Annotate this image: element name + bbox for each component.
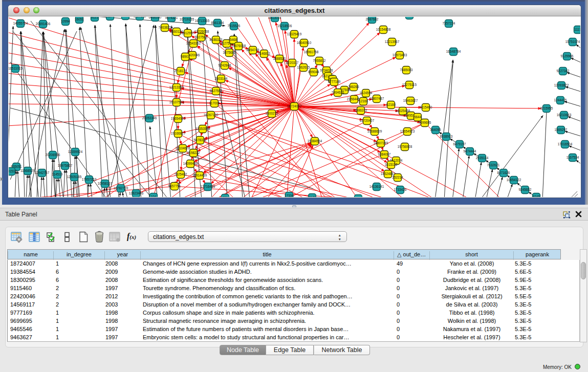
- svg-text:18807249: 18807249: [374, 141, 388, 145]
- svg-text:8186323: 8186323: [210, 38, 223, 41]
- svg-text:20206556: 20206556: [46, 153, 60, 157]
- svg-text:9227342: 9227342: [557, 69, 570, 73]
- svg-text:8454749: 8454749: [247, 48, 259, 52]
- svg-text:10958107: 10958107: [98, 182, 113, 185]
- svg-text:252214: 252214: [392, 176, 403, 179]
- svg-text:12093872: 12093872: [554, 83, 569, 87]
- svg-text:15751074: 15751074: [565, 40, 580, 43]
- svg-text:5468: 5468: [230, 38, 237, 41]
- svg-text:16267130: 16267130: [204, 113, 219, 117]
- svg-text:13654923: 13654923: [400, 129, 415, 133]
- svg-text:13325419: 13325419: [287, 32, 302, 36]
- svg-text:8215955: 8215955: [540, 106, 553, 110]
- svg-text:9657791: 9657791: [168, 184, 181, 188]
- svg-text:114519: 114519: [52, 172, 63, 176]
- svg-text:1588520: 1588520: [273, 57, 286, 60]
- svg-text:16713365: 16713365: [195, 19, 210, 23]
- svg-text:16640910: 16640910: [297, 41, 312, 45]
- svg-text:11568529: 11568529: [20, 169, 35, 172]
- svg-text:9198222: 9198222: [187, 151, 200, 155]
- svg-text:9699695: 9699695: [419, 121, 431, 124]
- svg-text:1167534: 1167534: [567, 156, 579, 159]
- svg-text:10653267: 10653267: [118, 17, 133, 17]
- svg-text:221: 221: [223, 196, 228, 198]
- svg-text:12823446: 12823446: [129, 191, 144, 195]
- svg-text:104: 104: [151, 195, 157, 198]
- svg-text:10688609: 10688609: [367, 129, 382, 133]
- svg-text:19654922: 19654922: [171, 117, 186, 120]
- svg-text:19166827: 19166827: [171, 132, 186, 135]
- svg-text:8938913: 8938913: [440, 135, 453, 138]
- svg-text:17016504: 17016504: [558, 142, 573, 146]
- svg-text:13716485: 13716485: [201, 185, 215, 188]
- svg-text:8813014: 8813014: [269, 17, 281, 19]
- svg-text:12275115: 12275115: [402, 83, 417, 86]
- svg-text:84: 84: [356, 196, 360, 198]
- svg-text:20053346: 20053346: [142, 116, 157, 120]
- svg-text:9674321: 9674321: [165, 17, 178, 19]
- svg-text:19463627: 19463627: [403, 99, 418, 102]
- svg-text:1733426: 1733426: [394, 188, 407, 191]
- svg-text:12213369: 12213369: [169, 85, 184, 89]
- svg-text:17334: 17334: [285, 194, 294, 198]
- svg-text:15720407: 15720407: [360, 119, 375, 122]
- svg-text:7386372: 7386372: [355, 108, 367, 112]
- svg-text:20691406: 20691406: [36, 22, 51, 26]
- svg-text:7464626: 7464626: [332, 91, 344, 94]
- svg-text:1615112: 1615112: [385, 163, 398, 166]
- svg-text:7625402: 7625402: [175, 172, 187, 176]
- svg-text:2935114: 2935114: [476, 156, 489, 160]
- svg-text:16107533: 16107533: [169, 100, 184, 104]
- svg-text:8561304: 8561304: [211, 21, 224, 25]
- svg-text:16104678: 16104678: [176, 146, 190, 150]
- svg-text:19975867: 19975867: [58, 164, 73, 167]
- svg-text:8471626: 8471626: [497, 171, 510, 174]
- svg-text:6466160: 6466160: [149, 17, 162, 19]
- svg-text:899044: 899044: [308, 70, 319, 74]
- svg-text:9245652: 9245652: [519, 188, 532, 191]
- svg-text:23676068: 23676068: [231, 44, 246, 48]
- svg-text:10154808: 10154808: [376, 28, 391, 31]
- svg-text:12353594: 12353594: [195, 127, 210, 130]
- svg-text:14099489: 14099489: [183, 162, 198, 165]
- svg-text:16914459: 16914459: [192, 173, 207, 177]
- svg-text:12942757: 12942757: [35, 171, 50, 174]
- svg-text:1569297: 1569297: [555, 128, 568, 132]
- svg-text:117006: 117006: [209, 101, 220, 105]
- svg-text:6479197: 6479197: [453, 142, 466, 146]
- svg-text:10719155: 10719155: [180, 17, 194, 21]
- svg-text:1300271: 1300271: [266, 112, 278, 115]
- svg-text:16648784: 16648784: [446, 50, 461, 53]
- svg-text:8912957: 8912957: [182, 31, 194, 35]
- svg-text:9734028: 9734028: [320, 69, 333, 72]
- svg-text:9777169: 9777169: [328, 80, 341, 83]
- svg-text:10994: 10994: [61, 19, 70, 23]
- svg-text:13226058: 13226058: [194, 30, 209, 33]
- svg-text:7357224: 7357224: [443, 21, 455, 25]
- svg-text:991517: 991517: [9, 169, 17, 173]
- svg-text:9474444: 9474444: [464, 149, 476, 153]
- svg-text:9384067: 9384067: [378, 152, 391, 156]
- svg-text:18277: 18277: [105, 17, 115, 18]
- svg-text:3875685: 3875685: [223, 51, 236, 54]
- svg-text:17957253: 17957253: [82, 178, 97, 181]
- svg-text:1244415: 1244415: [554, 98, 567, 102]
- svg-text:9327503: 9327503: [195, 35, 208, 39]
- svg-text:2718170: 2718170: [175, 69, 187, 73]
- svg-text:19384554: 19384554: [308, 139, 322, 143]
- svg-text:7632621: 7632621: [487, 163, 500, 167]
- svg-text:12359924: 12359924: [68, 150, 83, 154]
- svg-text:16511015: 16511015: [9, 67, 23, 70]
- svg-text:9245: 9245: [533, 195, 540, 198]
- svg-text:12505185: 12505185: [67, 175, 82, 179]
- svg-text:1527602: 1527602: [134, 17, 146, 18]
- svg-text:10654122: 10654122: [507, 178, 521, 182]
- svg-text:14055724: 14055724: [13, 21, 28, 25]
- svg-text:16210643: 16210643: [557, 113, 572, 117]
- svg-text:16961758: 16961758: [304, 50, 319, 54]
- svg-text:19756928: 19756928: [398, 145, 412, 148]
- svg-text:9146811: 9146811: [258, 52, 271, 55]
- svg-text:14136141: 14136141: [369, 185, 384, 188]
- svg-text:9121: 9121: [91, 17, 99, 19]
- svg-text:1117: 1117: [574, 28, 580, 31]
